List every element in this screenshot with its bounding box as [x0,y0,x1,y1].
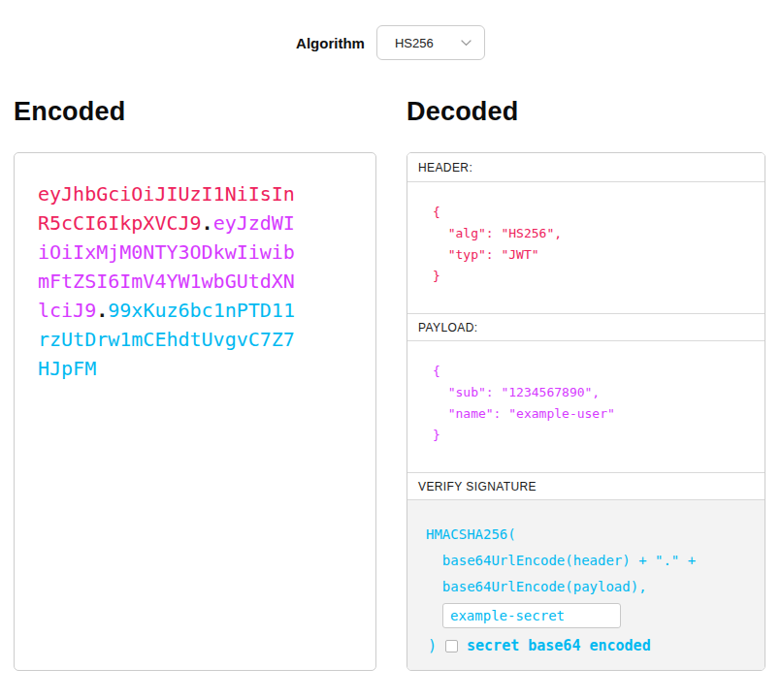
jwt-token-text[interactable]: eyJhbGciOiJIUzI1NiIsInR5cCI6IkpXVCJ9.eyJ… [38,179,300,383]
secret-base64-checkbox-label[interactable]: secret base64 encoded [467,637,651,654]
header-section-label-text: HEADER: [418,161,472,175]
algorithm-label: Algorithm [296,35,365,51]
payload-section-label-text: PAYLOAD: [418,321,477,334]
algorithm-selected-value: HS256 [395,36,434,50]
decoded-title: Decoded [407,96,765,127]
hmac-close-paren: ) [428,637,437,654]
header-section-label: HEADER: [407,153,765,182]
hmac-code-text: HMACSHA256( base64UrlEncode(header) + ".… [426,522,749,600]
payload-section-label: PAYLOAD: [407,314,765,341]
signature-bottom-row: ) secret base64 encoded [426,637,749,654]
header-json-editor[interactable]: { "alg": "HS256", "typ": "JWT" } [407,182,765,314]
decoded-column: Decoded HEADER: { "alg": "HS256", "typ":… [407,96,765,671]
decoded-panel: HEADER: { "alg": "HS256", "typ": "JWT" }… [407,152,765,671]
token-separator-dot: . [96,299,108,322]
verify-signature-body: HMACSHA256( base64UrlEncode(header) + ".… [407,500,765,670]
secret-base64-checkbox[interactable] [445,640,458,652]
encoded-title: Encoded [14,96,376,127]
algorithm-row: Algorithm HS256 [0,25,781,60]
jwt-token-editor[interactable]: eyJhbGciOiJIUzI1NiIsInR5cCI6IkpXVCJ9.eyJ… [14,152,376,671]
token-separator-dot: . [202,211,213,235]
encoded-column: Encoded eyJhbGciOiJIUzI1NiIsInR5cCI6IkpX… [14,96,376,671]
payload-json-editor[interactable]: { "sub": "1234567890", "name": "example-… [407,341,765,473]
secret-input[interactable] [442,603,621,628]
algorithm-select[interactable]: HS256 [376,25,485,60]
jwt-debugger-page: Algorithm HS256 Encoded eyJhbGciOiJIUzI1… [0,0,781,700]
verify-signature-label-text: VERIFY SIGNATURE [418,480,537,493]
chevron-down-icon [461,40,472,47]
verify-signature-label: VERIFY SIGNATURE [407,473,765,500]
